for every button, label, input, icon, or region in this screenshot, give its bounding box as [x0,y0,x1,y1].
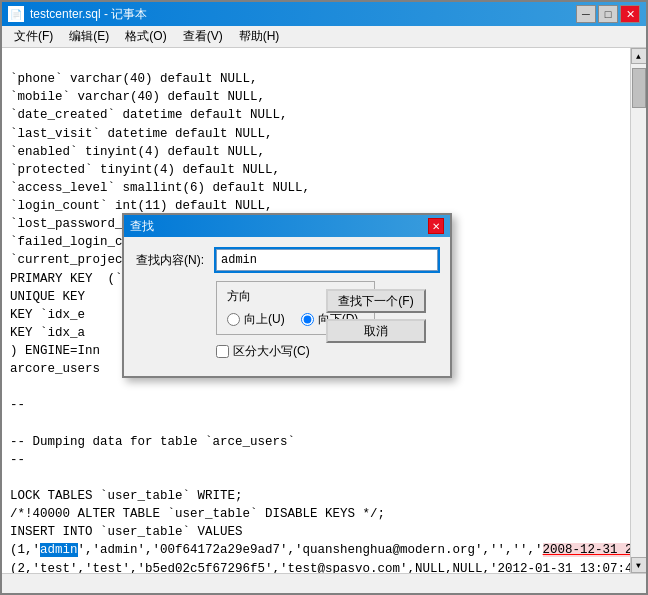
line-login-count: `login_count` int(11) default NULL, [10,199,273,213]
line-last-visit: `last_visit` datetime default NULL, [10,127,273,141]
app-icon: 📄 [8,6,24,22]
line-date-created: `date_created` datetime default NULL, [10,108,288,122]
menu-help[interactable]: 帮助(H) [231,26,288,47]
line-engine: ) ENGINE=Inn [10,344,100,358]
line-row1: (1,'admin','admin','00f64172a29e9ad7','q… [10,543,630,557]
scrollbar-vertical[interactable]: ▲ ▼ [630,48,646,573]
maximize-button[interactable]: □ [598,5,618,23]
line-phone: `phone` varchar(40) default NULL, [10,72,258,86]
main-window: 📄 testcenter.sql - 记事本 ─ □ ✕ 文件(F) 编辑(E)… [0,0,648,595]
editor-area: `phone` varchar(40) default NULL, `mobil… [2,48,646,573]
find-buttons: 查找下一个(F) 取消 [326,289,426,343]
menu-edit[interactable]: 编辑(E) [61,26,117,47]
highlight-date: 2008-12-31 21:48:03 [543,543,630,557]
close-button[interactable]: ✕ [620,5,640,23]
cancel-button[interactable]: 取消 [326,319,426,343]
case-sensitive-checkbox[interactable] [216,345,229,358]
line-enabled: `enabled` tinyint(4) default NULL, [10,145,265,159]
find-dialog: 查找 ✕ 查找下一个(F) 取消 查找内容(N): [122,213,452,378]
window-title: testcenter.sql - 记事本 [30,6,147,23]
line-lock-tables: LOCK TABLES `user_table` WRITE; [10,489,243,503]
menu-view[interactable]: 查看(V) [175,26,231,47]
line-key-idx-e: KEY `idx_e [10,308,85,322]
line-mobile: `mobile` varchar(40) default NULL, [10,90,265,104]
radio-up-text: 向上(U) [244,311,285,328]
scroll-up-arrow[interactable]: ▲ [631,48,647,64]
find-content-area: 查找下一个(F) 取消 查找内容(N): 方向 [136,249,438,360]
find-input-row: 查找内容(N): [136,249,438,271]
minimize-button[interactable]: ─ [576,5,596,23]
title-bar-left: 📄 testcenter.sql - 记事本 [8,6,147,23]
highlight-admin: admin [40,543,78,557]
find-label: 查找内容(N): [136,252,216,269]
radio-up[interactable] [227,313,240,326]
menu-format[interactable]: 格式(O) [117,26,174,47]
line-access-level: `access_level` smallint(6) default NULL, [10,181,310,195]
find-dialog-title-text: 查找 [130,218,154,235]
find-checkbox-row: 区分大小写(C) [136,343,438,360]
line-separator1: -- [10,398,25,412]
line-arcore: arcore_users [10,362,100,376]
find-dialog-title: 查找 ✕ [124,215,450,237]
menu-bar: 文件(F) 编辑(E) 格式(O) 查看(V) 帮助(H) [2,26,646,48]
find-input[interactable] [216,249,438,271]
line-dumping-comment: -- Dumping data for table `arce_users` [10,435,295,449]
scroll-down-arrow[interactable]: ▼ [631,557,647,573]
line-insert-into: INSERT INTO `user_table` VALUES [10,525,243,539]
line-separator2: -- [10,453,25,467]
scroll-thumb[interactable] [632,68,646,108]
find-next-button[interactable]: 查找下一个(F) [326,289,426,313]
line-row2: (2,'test','test','b5ed02c5f67296f5','tes… [10,562,630,574]
title-bar: 📄 testcenter.sql - 记事本 ─ □ ✕ [2,2,646,26]
line-disable-keys: /*!40000 ALTER TABLE `user_table` DISABL… [10,507,385,521]
radio-up-label[interactable]: 向上(U) [227,311,285,328]
menu-file[interactable]: 文件(F) [6,26,61,47]
case-sensitive-label: 区分大小写(C) [233,343,310,360]
line-protected: `protected` tinyint(4) default NULL, [10,163,280,177]
line-key-idx-a: KEY `idx_a [10,326,85,340]
find-dialog-close[interactable]: ✕ [428,218,444,234]
status-bar [2,573,646,593]
find-dialog-body: 查找下一个(F) 取消 查找内容(N): 方向 [124,237,450,376]
window-controls: ─ □ ✕ [576,5,640,23]
radio-down[interactable] [301,313,314,326]
